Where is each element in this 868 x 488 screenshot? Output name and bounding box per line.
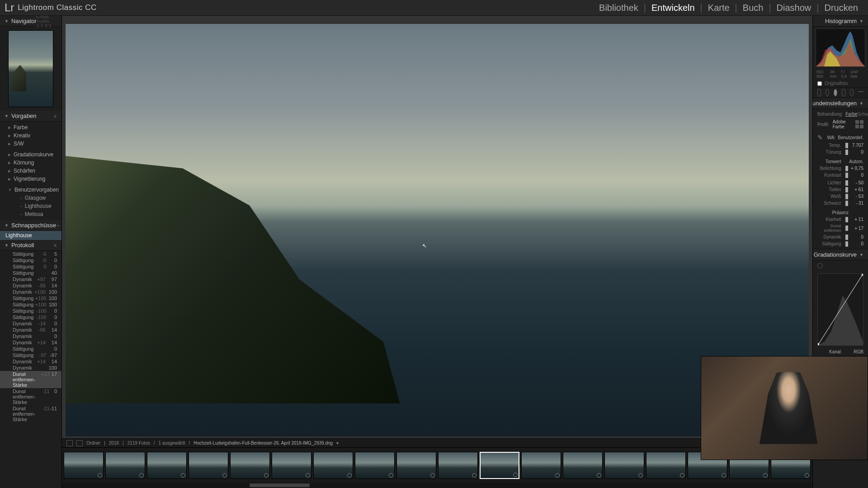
- dehaze-value[interactable]: + 17: [847, 226, 863, 231]
- filmstrip-thumbnail[interactable]: [105, 452, 145, 479]
- filmstrip-thumbnail[interactable]: [438, 452, 478, 479]
- contrast-value[interactable]: 0: [847, 173, 863, 178]
- histogram-header[interactable]: Histogramm ▼: [813, 16, 868, 27]
- loupe-view-icon[interactable]: [76, 440, 83, 446]
- profile-browser-icon[interactable]: [855, 120, 863, 128]
- history-step[interactable]: Sättigung+100100: [0, 295, 61, 301]
- filmstrip-thumbnail[interactable]: [480, 452, 519, 479]
- module-book[interactable]: Buch: [737, 3, 769, 13]
- module-print[interactable]: Drucken: [819, 3, 863, 13]
- filmstrip[interactable]: [62, 447, 812, 483]
- channel-value[interactable]: RGB: [854, 349, 863, 354]
- wb-dropdown[interactable]: Benutzerdef.: [838, 135, 863, 140]
- history-step[interactable]: Dunst entfernen-Stärke-110: [0, 388, 61, 405]
- history-step[interactable]: Dynamik+1414: [0, 339, 61, 346]
- curve-target-icon[interactable]: [817, 263, 823, 268]
- filmstrip-thumbnail[interactable]: [147, 452, 187, 479]
- histogram-display[interactable]: [816, 28, 865, 67]
- history-step[interactable]: Sättigung-55: [0, 251, 61, 257]
- preset-item[interactable]: ▪Melissa: [0, 210, 61, 218]
- clarity-value[interactable]: + 11: [847, 217, 863, 222]
- redeye-tool-icon[interactable]: [834, 89, 837, 96]
- history-step[interactable]: Dunst entfernen-Stärke-11-11: [0, 405, 61, 422]
- filmstrip-thumbnail[interactable]: [64, 452, 104, 479]
- preset-folder[interactable]: ▶Gradationskurve: [0, 150, 61, 159]
- temp-value[interactable]: 7.707: [847, 143, 863, 148]
- crop-tool-icon[interactable]: [817, 89, 821, 96]
- shadows-value[interactable]: + 61: [847, 187, 863, 192]
- history-step[interactable]: Sättigung-97-97: [0, 352, 61, 358]
- tint-value[interactable]: 0: [847, 150, 863, 155]
- filmstrip-thumbnail[interactable]: [230, 452, 270, 479]
- history-step[interactable]: Sättigung-50: [0, 257, 61, 263]
- history-step[interactable]: Sättigung40: [0, 270, 61, 276]
- navigator-header[interactable]: ▼ Navigator Einpa. Ausfü. 1:1 8:1: [0, 16, 61, 27]
- history-step[interactable]: Dunst entfernen-Stärke+1717: [0, 371, 61, 388]
- module-develop[interactable]: Entwickeln: [646, 3, 700, 13]
- profile-value[interactable]: Adobe Farbe: [833, 119, 852, 129]
- preset-folder[interactable]: ▶S/W: [0, 140, 61, 148]
- tone-auto-button[interactable]: Autom.: [849, 159, 863, 164]
- snapshots-header[interactable]: ▼ Schnappschüsse − +: [0, 220, 61, 231]
- history-step[interactable]: Dynamik100: [0, 365, 61, 371]
- basic-header[interactable]: Grundeinstellungen ▼: [813, 98, 868, 109]
- history-step[interactable]: Dynamik-8614: [0, 327, 61, 333]
- preset-folder[interactable]: ▶Vignettierung: [0, 175, 61, 183]
- vibrance-value[interactable]: 0: [847, 235, 863, 239]
- gradient-tool-icon[interactable]: [842, 89, 845, 96]
- history-step[interactable]: Dynamik+9797: [0, 276, 61, 282]
- radial-tool-icon[interactable]: [850, 89, 854, 96]
- module-map[interactable]: Karte: [703, 3, 735, 13]
- clear-history-button[interactable]: ×: [53, 242, 57, 249]
- filmstrip-scrollbar[interactable]: [62, 483, 812, 488]
- preset-folder[interactable]: ▶Schärfen: [0, 167, 61, 175]
- history-step[interactable]: Sättigung-1000: [0, 308, 61, 314]
- preset-folder[interactable]: ▶Körnung: [0, 159, 61, 167]
- navigator-zoom-options[interactable]: Einpa. Ausfü. 1:1 8:1: [37, 16, 57, 28]
- saturation-value[interactable]: 0: [847, 241, 863, 246]
- highlights-value[interactable]: - 50: [847, 180, 863, 185]
- filmstrip-thumbnail[interactable]: [396, 452, 436, 479]
- preset-item[interactable]: ▪Glasgow: [0, 194, 61, 202]
- history-step[interactable]: Sättigung-1000: [0, 314, 61, 320]
- history-step[interactable]: Dynamik-140: [0, 320, 61, 327]
- original-toggle[interactable]: Originalfoto: [813, 80, 868, 87]
- preset-folder[interactable]: ▶Kreativ: [0, 131, 61, 140]
- filmstrip-thumbnail[interactable]: [272, 452, 311, 479]
- presets-header[interactable]: ▼ Vorgaben +: [0, 111, 61, 122]
- history-step[interactable]: Dynamik+100100: [0, 289, 61, 295]
- preset-folder[interactable]: ▼Benutzervorgaben: [0, 186, 61, 194]
- preset-item[interactable]: ▪Lighthouse: [0, 202, 61, 210]
- history-step[interactable]: Sättigung0: [0, 346, 61, 352]
- scrollbar-thumb[interactable]: [250, 483, 310, 487]
- preset-folder[interactable]: ▶Farbe: [0, 123, 61, 131]
- filmstrip-thumbnail[interactable]: [189, 452, 228, 479]
- exposure-value[interactable]: + 0,75: [847, 166, 863, 171]
- history-step[interactable]: Dynamik0: [0, 333, 61, 339]
- filmstrip-thumbnail[interactable]: [563, 452, 603, 479]
- original-checkbox[interactable]: [817, 81, 822, 86]
- filmstrip-thumbnail[interactable]: [521, 452, 561, 479]
- module-library[interactable]: Bibliothek: [594, 3, 644, 13]
- brush-tool-icon[interactable]: 〰: [858, 89, 863, 96]
- filmstrip-thumbnail[interactable]: [646, 452, 686, 479]
- curve-header[interactable]: Gradationskurve ▼: [813, 249, 868, 260]
- snapshot-item[interactable]: Lighthouse: [0, 231, 61, 240]
- wb-picker-icon[interactable]: ✎: [817, 134, 825, 141]
- grid-view-icon[interactable]: [66, 440, 73, 446]
- history-step[interactable]: Dynamik-8514: [0, 282, 61, 289]
- add-preset-button[interactable]: +: [53, 113, 57, 120]
- filmstrip-thumbnail[interactable]: [604, 452, 644, 479]
- history-step[interactable]: Sättigung00: [0, 263, 61, 270]
- history-step[interactable]: Dynamik+1414: [0, 358, 61, 365]
- history-step[interactable]: Sättigung+100100: [0, 301, 61, 308]
- tone-curve-display[interactable]: [817, 273, 863, 346]
- filmstrip-thumbnail[interactable]: [313, 452, 353, 479]
- image-viewport[interactable]: ↖: [66, 24, 809, 436]
- treatment-bw[interactable]: Schwarzweiß: [857, 112, 868, 117]
- navigator-preview[interactable]: [8, 30, 53, 107]
- filmstrip-thumbnail[interactable]: [355, 452, 395, 479]
- whites-value[interactable]: - 53: [847, 194, 863, 199]
- spot-tool-icon[interactable]: [826, 89, 829, 96]
- history-header[interactable]: ▼ Protokoll ×: [0, 240, 61, 251]
